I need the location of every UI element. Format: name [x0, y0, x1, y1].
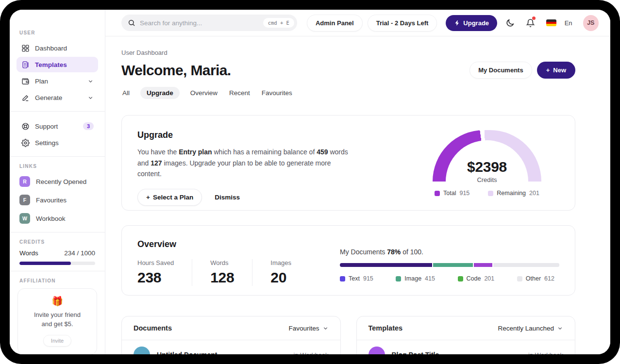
upgrade-card-body: You have the Entry plan which has a rema…	[137, 147, 355, 180]
sidebar-item-label: Plan	[35, 78, 48, 85]
notification-dot	[532, 17, 536, 20]
template-avatar	[369, 347, 385, 354]
divider	[10, 111, 105, 112]
gauge-caption: Credits	[433, 176, 541, 183]
trial-days-left-button[interactable]: Trial - 2 Days Left	[368, 15, 437, 32]
bar-segment-text	[340, 263, 433, 267]
link-letter-badge: F	[19, 195, 30, 205]
chevron-down-icon	[322, 325, 329, 331]
sidebar-item-settings[interactable]: Settings	[17, 135, 98, 150]
link-letter-badge: W	[19, 213, 30, 224]
legend-swatch	[340, 276, 345, 281]
support-count-badge: 3	[83, 122, 94, 130]
gauge-value: $2398	[433, 159, 541, 175]
documents-card-title: Documents	[134, 324, 172, 332]
page-title: Welcome, Maria.	[121, 62, 231, 79]
upgrade-button-label: Upgrade	[463, 19, 489, 27]
legend-swatch	[458, 276, 463, 281]
tab-overview[interactable]: Overview	[189, 87, 218, 99]
lifebuoy-icon	[21, 122, 30, 131]
affiliation-message: Invite your friend and get $5.	[28, 311, 86, 329]
credits-progress-bar	[19, 262, 95, 265]
my-documents-button[interactable]: My Documents	[469, 62, 532, 79]
legend-swatch	[488, 191, 493, 196]
credits-progress-fill	[19, 262, 71, 265]
legend-swatch	[517, 276, 522, 281]
new-button-label: New	[553, 66, 566, 74]
bar-legend-text: Text 915	[340, 275, 373, 282]
overview-card: Overview Hours Saved 238 Words 128 Image…	[121, 225, 575, 296]
document-avatar	[134, 347, 150, 354]
sidebar-item-dashboard[interactable]: Dashboard	[17, 40, 98, 56]
documents-progress-section: My Documents 78% of 100. Text 915 Image …	[340, 239, 559, 282]
templates-card: Templates Recently Launched Blog Post Ti…	[356, 316, 576, 354]
affiliation-card: 🎁 Invite your friend and get $5. Invite	[17, 288, 97, 354]
templates-card-title: Templates	[369, 324, 403, 332]
select-plan-button[interactable]: + Select a Plan	[137, 189, 202, 206]
admin-panel-button[interactable]: Admin Panel	[307, 15, 363, 32]
legend-swatch	[435, 191, 440, 196]
plus-icon: +	[546, 66, 550, 74]
upgrade-card-title: Upgrade	[137, 130, 355, 140]
select-plan-label: Select a Plan	[153, 194, 193, 201]
upgrade-button[interactable]: Upgrade	[446, 15, 497, 31]
documents-progress-title: My Documents 78% of 100.	[340, 248, 559, 256]
bar-segment-code	[474, 263, 494, 267]
divider	[10, 271, 105, 271]
dismiss-button[interactable]: Dismiss	[215, 194, 240, 201]
tab-all[interactable]: All	[121, 87, 131, 99]
sidebar-item-generate[interactable]: Generate	[17, 90, 98, 105]
template-list-item[interactable]: Blog Post Title in Workbook	[357, 340, 575, 354]
language-label[interactable]: En	[565, 19, 572, 27]
bar-legend-other: Other 612	[517, 275, 554, 282]
documents-card: Documents Favourites Untitled Document i…	[121, 316, 341, 354]
bar-segment-other	[493, 263, 559, 267]
sidebar-section-user: USER	[19, 30, 95, 35]
search-icon	[128, 19, 135, 27]
tab-upgrade[interactable]: Upgrade	[140, 87, 180, 99]
sidebar-item-templates[interactable]: Templates	[17, 57, 98, 72]
invite-button[interactable]: Invite	[43, 335, 71, 347]
upgrade-card: Upgrade You have the Entry plan which ha…	[121, 115, 575, 211]
moon-icon	[505, 18, 515, 28]
sidebar-link-recently-opened[interactable]: R Recently Opened	[17, 174, 98, 189]
notifications-button[interactable]	[523, 16, 537, 30]
search-input[interactable]	[140, 19, 259, 27]
document-list-item[interactable]: Untitled Document in Workbook	[122, 340, 340, 354]
gauge-legend-total: Total 915	[435, 190, 469, 197]
sidebar-section-credits: CREDITS	[19, 239, 95, 245]
sidebar: USER Dashboard Templates Plan G	[10, 10, 105, 354]
dark-mode-toggle[interactable]	[503, 16, 517, 30]
credits-words-label: Words	[19, 249, 38, 257]
app-window: USER Dashboard Templates Plan G	[10, 10, 610, 354]
search-shortcut-hint: cmd + E	[263, 18, 294, 28]
sidebar-item-label: Support	[35, 123, 58, 130]
sidebar-link-label: Favourites	[36, 197, 67, 204]
wallet-icon	[21, 77, 30, 85]
stat-hours-saved: Hours Saved 238	[137, 259, 192, 286]
user-avatar[interactable]: JS	[583, 15, 599, 31]
documents-filter-dropdown[interactable]: Favourites	[288, 325, 328, 332]
credits-words-value: 234 / 1000	[64, 249, 95, 257]
stat-images: Images 20	[252, 259, 309, 286]
tab-favourites[interactable]: Favourites	[261, 87, 293, 99]
plus-icon: +	[146, 194, 150, 201]
chevron-down-icon	[87, 78, 94, 84]
sidebar-link-workbook[interactable]: W Workbook	[17, 211, 98, 226]
sidebar-item-support[interactable]: Support 3	[17, 118, 98, 134]
templates-icon	[21, 60, 30, 69]
tab-recent[interactable]: Recent	[228, 87, 251, 99]
new-button[interactable]: + New	[537, 62, 575, 79]
sidebar-section-links: LINKS	[19, 164, 95, 169]
lightning-bolt-icon	[454, 20, 460, 26]
sidebar-link-favourites[interactable]: F Favourites	[17, 192, 98, 208]
stat-words: Words 128	[192, 259, 252, 286]
templates-filter-dropdown[interactable]: Recently Launched	[498, 325, 563, 332]
sidebar-item-plan[interactable]: Plan	[17, 73, 98, 89]
germany-flag-icon[interactable]	[546, 19, 556, 26]
flag-stripe	[546, 24, 556, 26]
chevron-down-icon	[87, 95, 94, 101]
main-content: User Dashboard Welcome, Maria. My Docume…	[105, 36, 610, 354]
bar-segment-image	[433, 263, 474, 267]
search-box[interactable]: cmd + E	[121, 15, 297, 31]
